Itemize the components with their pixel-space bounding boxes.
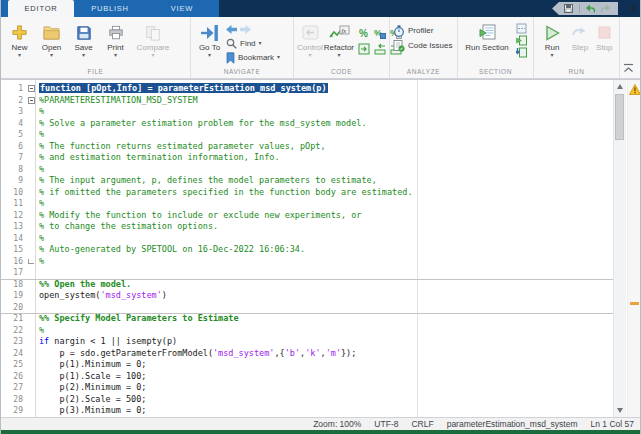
wrap-comments-icon[interactable]: % xyxy=(373,26,387,40)
refactor-button[interactable]: fx Refactor ▾ xyxy=(324,20,354,59)
line-number[interactable]: 2 xyxy=(1,95,23,107)
code-line[interactable]: 23if nargin < 1 || isempty(p) xyxy=(1,336,614,348)
smart-indent-icon[interactable] xyxy=(357,42,371,56)
line-number[interactable]: 12 xyxy=(1,210,23,222)
code-issues-button[interactable]: Code Issues xyxy=(393,39,452,52)
line-number[interactable]: 19 xyxy=(1,290,23,302)
fold-end-icon[interactable] xyxy=(23,256,39,268)
code-editor[interactable]: 1function [pOpt,Info] = parameterEstimat… xyxy=(1,79,641,417)
save-icon[interactable] xyxy=(564,4,573,13)
run-to-end-icon[interactable] xyxy=(516,47,527,58)
code-line[interactable]: 13% to change the estimation options. xyxy=(1,221,614,233)
line-number[interactable]: 27 xyxy=(1,382,23,394)
run-and-advance-icon[interactable] xyxy=(516,35,527,46)
line-number[interactable]: 6 xyxy=(1,141,23,153)
save-button[interactable]: Save ▾ xyxy=(68,20,99,59)
tab-view[interactable]: VIEW xyxy=(146,0,218,17)
find-button[interactable]: Find ▾ xyxy=(226,37,280,50)
code-line[interactable]: 25 p(1).Minimum = 0; xyxy=(1,359,614,371)
toolbar-options-pin-icon[interactable] xyxy=(629,5,636,12)
code-text xyxy=(39,267,614,279)
open-button[interactable]: Open ▾ xyxy=(36,20,67,59)
line-number[interactable]: 23 xyxy=(1,336,23,348)
line-number[interactable]: 13 xyxy=(1,221,23,233)
code-line[interactable]: 28 p(2).Scale = 500; xyxy=(1,394,614,406)
code-line[interactable]: 12% Modify the function to include or ex… xyxy=(1,210,614,222)
decrease-indent-icon[interactable] xyxy=(373,42,387,56)
undo-icon[interactable] xyxy=(585,4,595,13)
code-line[interactable]: 20 xyxy=(1,302,614,314)
bookmark-button[interactable]: Bookmark ▾ xyxy=(226,51,280,64)
run-button[interactable]: Run ▾ xyxy=(537,20,567,59)
code-line[interactable]: 21%% Specify Model Parameters to Estimat… xyxy=(1,313,614,325)
line-number[interactable]: 22 xyxy=(1,325,23,337)
line-number[interactable]: 10 xyxy=(1,187,23,199)
scroll-down-arrow-icon[interactable] xyxy=(614,405,626,416)
goto-button[interactable]: Go To ▾ xyxy=(194,20,225,59)
line-number[interactable]: 14 xyxy=(1,233,23,245)
insert-section-break-icon[interactable] xyxy=(516,23,527,34)
back-arrow-icon[interactable] xyxy=(226,25,237,34)
line-number[interactable]: 11 xyxy=(1,198,23,210)
run-section-button[interactable]: Run Section xyxy=(461,20,513,52)
minimize-ribbon-icon[interactable] xyxy=(623,63,634,73)
code-line[interactable]: 11% xyxy=(1,198,614,210)
code-line[interactable]: 6% The function returns estimated parame… xyxy=(1,141,614,153)
tab-publish[interactable]: PUBLISH xyxy=(74,0,146,17)
code-line[interactable]: 22% xyxy=(1,325,614,337)
line-number[interactable]: 20 xyxy=(1,302,23,314)
code-line[interactable]: 16% xyxy=(1,256,614,268)
line-number[interactable]: 7 xyxy=(1,152,23,164)
tab-editor[interactable]: EDITOR xyxy=(8,0,74,17)
code-line[interactable]: 1function [pOpt,Info] = parameterEstimat… xyxy=(1,83,614,95)
line-number[interactable]: 3 xyxy=(1,106,23,118)
code-line[interactable]: 5% xyxy=(1,129,614,141)
code-line[interactable]: 18%% Open the model. xyxy=(1,279,614,291)
line-number[interactable]: 24 xyxy=(1,348,23,360)
open-folder-icon xyxy=(43,22,60,43)
code-line[interactable]: 10% if omitted the parameters specified … xyxy=(1,187,614,199)
code-line[interactable]: 2%PARAMETERESTIMATION_MSD_SYSTEM xyxy=(1,95,614,107)
scroll-up-arrow-icon[interactable] xyxy=(614,81,626,92)
line-number[interactable]: 5 xyxy=(1,129,23,141)
line-number[interactable]: 16 xyxy=(1,256,23,268)
fold-minus-icon[interactable] xyxy=(23,83,39,95)
code-line[interactable]: 4% Solve a parameter estimation problem … xyxy=(1,118,614,130)
run-section-button-label: Run Section xyxy=(465,43,509,52)
code-line[interactable]: 26 p(1).Scale = 100; xyxy=(1,371,614,383)
code-line[interactable]: 14% xyxy=(1,233,614,245)
code-line[interactable]: 9% The input argument, p, defines the mo… xyxy=(1,175,614,187)
line-number[interactable]: 17 xyxy=(1,267,23,279)
code-line[interactable]: 24 p = sdo.getParameterFromModel('msd_sy… xyxy=(1,348,614,360)
line-number[interactable]: 4 xyxy=(1,118,23,130)
line-number[interactable]: 1 xyxy=(1,83,23,95)
code-line[interactable]: 29 p(3).Minimum = 0; xyxy=(1,405,614,417)
print-button[interactable]: Print ▾ xyxy=(100,20,131,59)
profiler-button[interactable]: Profiler xyxy=(393,24,433,37)
code-line[interactable]: 17 xyxy=(1,267,614,279)
line-number[interactable]: 29 xyxy=(1,405,23,417)
run-play-icon xyxy=(544,22,560,43)
code-line[interactable]: 27 p(2).Minimum = 0; xyxy=(1,382,614,394)
line-number[interactable]: 18 xyxy=(1,279,23,291)
scrollbar-thumb[interactable] xyxy=(615,94,624,140)
line-number[interactable]: 25 xyxy=(1,359,23,371)
code-line[interactable]: 8% xyxy=(1,164,614,176)
comment-icon[interactable]: % xyxy=(357,26,371,40)
code-line[interactable]: 15% Auto-generated by SPETOOL on 16-Dec-… xyxy=(1,244,614,256)
line-number[interactable]: 26 xyxy=(1,371,23,383)
warning-line-marker[interactable] xyxy=(630,302,639,305)
line-number[interactable]: 8 xyxy=(1,164,23,176)
line-number[interactable]: 28 xyxy=(1,394,23,406)
code-line[interactable]: 3% xyxy=(1,106,614,118)
new-button[interactable]: New ▾ xyxy=(4,20,35,59)
vertical-scrollbar[interactable] xyxy=(613,80,626,417)
code-issues-button-label: Code Issues xyxy=(408,41,452,50)
fold-minus-icon[interactable] xyxy=(23,95,39,107)
line-number[interactable]: 9 xyxy=(1,175,23,187)
code-line[interactable]: 7% and estimation termination informatio… xyxy=(1,152,614,164)
line-number[interactable]: 21 xyxy=(1,313,23,325)
warning-triangle-icon[interactable] xyxy=(629,84,641,95)
code-line[interactable]: 19open_system('msd_system') xyxy=(1,290,614,302)
line-number[interactable]: 15 xyxy=(1,244,23,256)
